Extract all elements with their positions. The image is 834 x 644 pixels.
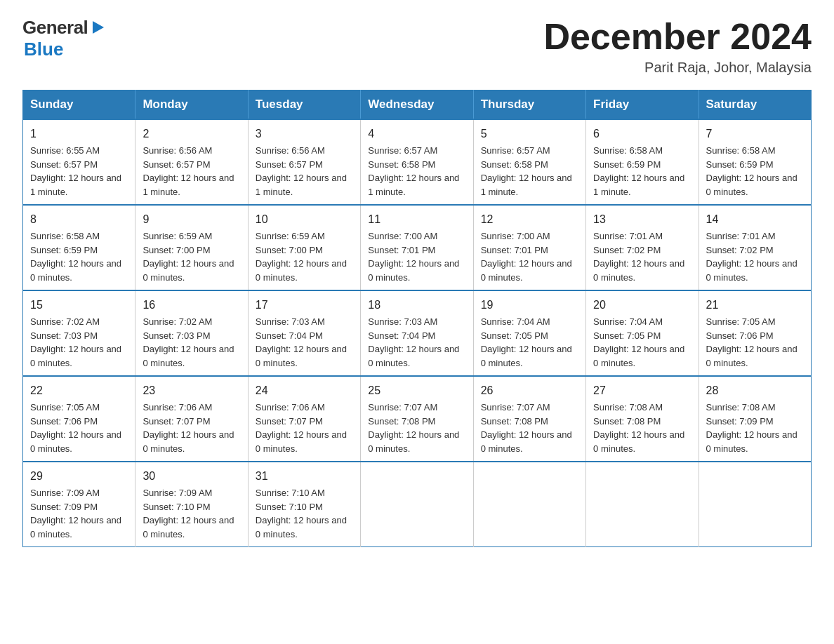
calendar-location: Parit Raja, Johor, Malaysia <box>543 60 812 76</box>
calendar-cell: 18Sunrise: 7:03 AMSunset: 7:04 PMDayligh… <box>361 290 473 376</box>
calendar-cell: 26Sunrise: 7:07 AMSunset: 7:08 PMDayligh… <box>473 376 585 462</box>
day-number: 30 <box>143 468 240 485</box>
day-info: Sunrise: 7:03 AMSunset: 7:04 PMDaylight:… <box>368 315 465 370</box>
header-monday: Monday <box>135 90 248 120</box>
day-number: 31 <box>256 468 353 485</box>
day-number: 17 <box>256 297 353 314</box>
day-number: 28 <box>706 382 804 399</box>
calendar-header-row: SundayMondayTuesdayWednesdayThursdayFrid… <box>23 90 812 120</box>
day-number: 12 <box>481 211 578 228</box>
day-number: 6 <box>593 126 691 142</box>
day-info: Sunrise: 6:57 AMSunset: 6:58 PMDaylight:… <box>368 144 465 199</box>
calendar-week-3: 15Sunrise: 7:02 AMSunset: 7:03 PMDayligh… <box>23 290 812 376</box>
calendar-cell: 27Sunrise: 7:08 AMSunset: 7:08 PMDayligh… <box>586 376 699 462</box>
calendar-cell: 8Sunrise: 6:58 AMSunset: 6:59 PMDaylight… <box>23 205 135 290</box>
day-number: 13 <box>593 211 691 228</box>
day-info: Sunrise: 7:10 AMSunset: 7:10 PMDaylight:… <box>256 486 353 541</box>
day-number: 21 <box>706 297 804 314</box>
day-info: Sunrise: 7:09 AMSunset: 7:09 PMDaylight:… <box>30 486 128 541</box>
calendar-cell: 2Sunrise: 6:56 AMSunset: 6:57 PMDaylight… <box>135 119 248 205</box>
day-info: Sunrise: 6:56 AMSunset: 6:57 PMDaylight:… <box>143 144 240 199</box>
day-info: Sunrise: 7:01 AMSunset: 7:02 PMDaylight:… <box>593 229 691 284</box>
calendar-week-5: 29Sunrise: 7:09 AMSunset: 7:09 PMDayligh… <box>23 462 812 547</box>
calendar-cell: 3Sunrise: 6:56 AMSunset: 6:57 PMDaylight… <box>248 119 360 205</box>
day-info: Sunrise: 7:04 AMSunset: 7:05 PMDaylight:… <box>593 315 691 370</box>
logo-text-general: General <box>22 17 88 39</box>
day-number: 22 <box>30 382 128 399</box>
page-header: General Blue December 2024 Parit Raja, J… <box>22 17 812 76</box>
day-number: 10 <box>256 211 353 228</box>
title-section: December 2024 Parit Raja, Johor, Malaysi… <box>543 17 812 76</box>
day-number: 8 <box>30 211 128 228</box>
day-info: Sunrise: 7:03 AMSunset: 7:04 PMDaylight:… <box>256 315 353 370</box>
calendar-cell: 23Sunrise: 7:06 AMSunset: 7:07 PMDayligh… <box>135 376 248 462</box>
day-info: Sunrise: 7:06 AMSunset: 7:07 PMDaylight:… <box>143 401 240 455</box>
day-number: 18 <box>368 297 465 314</box>
day-info: Sunrise: 7:07 AMSunset: 7:08 PMDaylight:… <box>481 401 578 455</box>
header-tuesday: Tuesday <box>248 90 360 120</box>
day-info: Sunrise: 7:08 AMSunset: 7:08 PMDaylight:… <box>593 401 691 455</box>
header-thursday: Thursday <box>473 90 585 120</box>
day-info: Sunrise: 7:05 AMSunset: 7:06 PMDaylight:… <box>706 315 804 370</box>
calendar-cell: 19Sunrise: 7:04 AMSunset: 7:05 PMDayligh… <box>473 290 585 376</box>
calendar-cell: 12Sunrise: 7:00 AMSunset: 7:01 PMDayligh… <box>473 205 585 290</box>
day-number: 4 <box>368 126 465 142</box>
calendar-cell: 13Sunrise: 7:01 AMSunset: 7:02 PMDayligh… <box>586 205 699 290</box>
calendar-cell: 4Sunrise: 6:57 AMSunset: 6:58 PMDaylight… <box>361 119 473 205</box>
calendar-week-4: 22Sunrise: 7:05 AMSunset: 7:06 PMDayligh… <box>23 376 812 462</box>
day-info: Sunrise: 7:05 AMSunset: 7:06 PMDaylight:… <box>30 401 128 455</box>
calendar-cell <box>699 462 811 547</box>
calendar-cell: 22Sunrise: 7:05 AMSunset: 7:06 PMDayligh… <box>23 376 135 462</box>
calendar-cell: 31Sunrise: 7:10 AMSunset: 7:10 PMDayligh… <box>248 462 360 547</box>
calendar-cell: 30Sunrise: 7:09 AMSunset: 7:10 PMDayligh… <box>135 462 248 547</box>
header-wednesday: Wednesday <box>361 90 473 120</box>
day-info: Sunrise: 7:00 AMSunset: 7:01 PMDaylight:… <box>368 229 465 284</box>
calendar-cell: 5Sunrise: 6:57 AMSunset: 6:58 PMDaylight… <box>473 119 585 205</box>
calendar-cell: 24Sunrise: 7:06 AMSunset: 7:07 PMDayligh… <box>248 376 360 462</box>
day-info: Sunrise: 7:06 AMSunset: 7:07 PMDaylight:… <box>256 401 353 455</box>
header-sunday: Sunday <box>23 90 135 120</box>
day-info: Sunrise: 7:08 AMSunset: 7:09 PMDaylight:… <box>706 401 804 455</box>
logo: General Blue <box>22 17 105 60</box>
day-number: 19 <box>481 297 578 314</box>
day-info: Sunrise: 7:00 AMSunset: 7:01 PMDaylight:… <box>481 229 578 284</box>
day-number: 24 <box>256 382 353 399</box>
day-info: Sunrise: 6:59 AMSunset: 7:00 PMDaylight:… <box>143 229 240 284</box>
day-info: Sunrise: 6:59 AMSunset: 7:00 PMDaylight:… <box>256 229 353 284</box>
calendar-cell: 20Sunrise: 7:04 AMSunset: 7:05 PMDayligh… <box>586 290 699 376</box>
calendar-cell: 11Sunrise: 7:00 AMSunset: 7:01 PMDayligh… <box>361 205 473 290</box>
calendar-week-1: 1Sunrise: 6:55 AMSunset: 6:57 PMDaylight… <box>23 119 812 205</box>
calendar-cell: 28Sunrise: 7:08 AMSunset: 7:09 PMDayligh… <box>699 376 811 462</box>
calendar-cell <box>361 462 473 547</box>
header-friday: Friday <box>586 90 699 120</box>
day-info: Sunrise: 6:55 AMSunset: 6:57 PMDaylight:… <box>30 144 128 199</box>
day-number: 2 <box>143 126 240 142</box>
day-info: Sunrise: 6:58 AMSunset: 6:59 PMDaylight:… <box>30 229 128 284</box>
logo-triangle-icon <box>90 20 105 35</box>
calendar-title: December 2024 <box>543 17 812 57</box>
day-number: 3 <box>256 126 353 142</box>
logo-text-blue: Blue <box>24 39 63 60</box>
day-number: 29 <box>30 468 128 485</box>
calendar-cell <box>473 462 585 547</box>
day-number: 26 <box>481 382 578 399</box>
day-number: 27 <box>593 382 691 399</box>
day-info: Sunrise: 6:58 AMSunset: 6:59 PMDaylight:… <box>593 144 691 199</box>
day-number: 11 <box>368 211 465 228</box>
calendar-cell: 25Sunrise: 7:07 AMSunset: 7:08 PMDayligh… <box>361 376 473 462</box>
day-number: 23 <box>143 382 240 399</box>
day-info: Sunrise: 6:58 AMSunset: 6:59 PMDaylight:… <box>706 144 804 199</box>
day-number: 7 <box>706 126 804 142</box>
day-number: 16 <box>143 297 240 314</box>
day-number: 20 <box>593 297 691 314</box>
calendar-week-2: 8Sunrise: 6:58 AMSunset: 6:59 PMDaylight… <box>23 205 812 290</box>
calendar-cell: 10Sunrise: 6:59 AMSunset: 7:00 PMDayligh… <box>248 205 360 290</box>
calendar-cell: 14Sunrise: 7:01 AMSunset: 7:02 PMDayligh… <box>699 205 811 290</box>
day-info: Sunrise: 7:09 AMSunset: 7:10 PMDaylight:… <box>143 486 240 541</box>
header-saturday: Saturday <box>699 90 811 120</box>
svg-marker-0 <box>93 21 104 34</box>
calendar-cell: 21Sunrise: 7:05 AMSunset: 7:06 PMDayligh… <box>699 290 811 376</box>
calendar-cell: 7Sunrise: 6:58 AMSunset: 6:59 PMDaylight… <box>699 119 811 205</box>
day-info: Sunrise: 6:57 AMSunset: 6:58 PMDaylight:… <box>481 144 578 199</box>
day-number: 1 <box>30 126 128 142</box>
